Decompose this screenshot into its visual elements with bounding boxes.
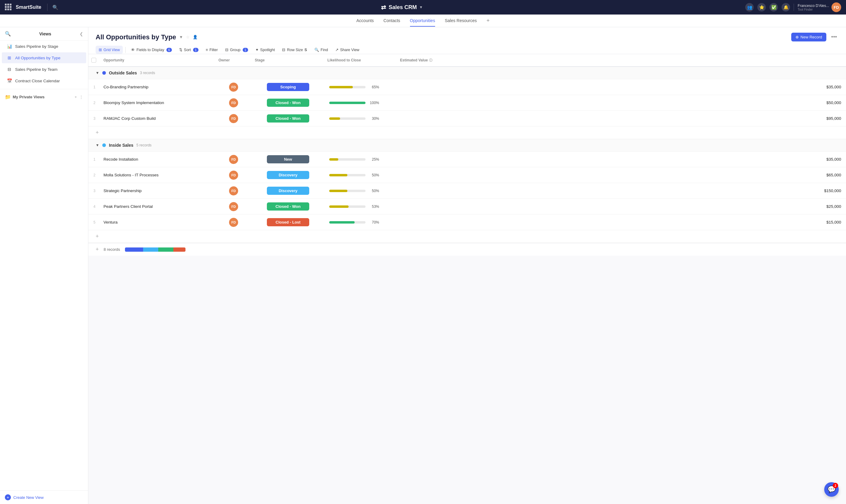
table-row: 2 Bloomjoy System Implementation FD Clos… [88, 95, 846, 111]
page-title-star[interactable]: ☆ [186, 35, 190, 39]
group-button[interactable]: ⊟ Group 1 [222, 46, 251, 54]
share-view-button[interactable]: ↗ Share View [332, 46, 362, 54]
nav-sales-resources[interactable]: Sales Resources [445, 15, 477, 26]
opportunity-col-header[interactable]: Opportunity [101, 54, 215, 66]
value-cell: $25,000 [397, 204, 846, 209]
main-layout: 🔍 Views ❮ 📊 Sales Pipeline by Stage ⊞ Al… [0, 27, 846, 504]
column-header-row: Opportunity Owner Stage Likelihood to Cl… [88, 54, 846, 67]
checkbox-header[interactable] [88, 54, 101, 66]
row-size-button[interactable]: ⊟ Row Size S [279, 46, 310, 54]
stage-cell[interactable]: Closed - Lost [252, 218, 324, 226]
stage-cell[interactable]: Closed - Won [252, 114, 324, 123]
add-group-button[interactable]: + [96, 246, 99, 253]
user-name: Francesco D'Ales... [797, 4, 829, 8]
nav-accounts[interactable]: Accounts [356, 15, 374, 26]
user-avatar[interactable]: FD [831, 2, 841, 12]
progress-bar-fill [329, 86, 353, 88]
grid-menu-icon[interactable] [5, 4, 12, 11]
owner-avatar[interactable]: FD [229, 83, 238, 92]
add-row-button[interactable]: + [88, 126, 846, 139]
app-title-chevron[interactable]: ▼ [419, 5, 423, 10]
add-row-button[interactable]: + [88, 230, 846, 242]
page-title-share[interactable]: 👤 [193, 35, 198, 39]
owner-avatar[interactable]: FD [229, 155, 238, 164]
sidebar-item-contract-close[interactable]: 📅 Contract Close Calendar [2, 75, 86, 86]
group-chevron-icon: ▼ [96, 71, 99, 75]
owner-avatar[interactable]: FD [229, 186, 238, 195]
grid-view-button[interactable]: ⊞ Grid View [96, 46, 123, 54]
stage-cell[interactable]: Discovery [252, 187, 324, 195]
spotlight-button[interactable]: ✦ Spotlight [252, 46, 278, 54]
progress-bar-background [329, 158, 365, 161]
user-role: Tool Finder [797, 8, 829, 11]
stage-badge: Closed - Won [267, 202, 309, 211]
page-title-chevron[interactable]: ▼ [179, 35, 183, 39]
sidebar-item-all-opportunities[interactable]: ⊞ All Opportunities by Type [2, 52, 86, 63]
add-nav-button[interactable]: + [487, 18, 490, 24]
fields-to-display-button[interactable]: 👁 Fields to Display 6 [128, 46, 175, 54]
owner-avatar[interactable]: FD [229, 170, 238, 180]
owner-cell: FD [215, 98, 252, 107]
nav-opportunities[interactable]: Opportunities [410, 15, 435, 26]
stage-cell[interactable]: Scoping [252, 83, 324, 91]
eye-icon: 👁 [131, 48, 135, 52]
stage-cell[interactable]: Closed - Won [252, 98, 324, 107]
owner-avatar[interactable]: FD [229, 98, 238, 107]
row-number: 4 [88, 204, 101, 209]
filter-button[interactable]: ≡ Filter [203, 46, 221, 54]
brand-name[interactable]: SmartSuite [16, 4, 41, 10]
owner-avatar[interactable]: FD [229, 114, 238, 123]
new-record-button[interactable]: ⊕ New Record [791, 33, 827, 41]
likelihood-cell: 25% [324, 157, 397, 162]
owner-col-header[interactable]: Owner [215, 54, 252, 66]
group-name: Inside Sales [109, 143, 133, 148]
find-button[interactable]: 🔍 Find [311, 46, 331, 54]
bell-icon[interactable]: 🔔 [781, 3, 790, 12]
stage-cell[interactable]: Discovery [252, 171, 324, 179]
owner-avatar[interactable]: FD [229, 202, 238, 211]
sort-button[interactable]: ⇅ Sort 1 [176, 46, 201, 54]
right-icons: 👥 ⭐ ✅ 🔔 Francesco D'Ales... Tool Finder … [745, 2, 841, 12]
stage-cell[interactable]: New [252, 155, 324, 163]
row-number: 5 [88, 220, 101, 224]
people-icon[interactable]: 👥 [745, 3, 754, 12]
add-private-view-icon[interactable]: + [74, 95, 77, 99]
sidebar-item-sales-pipeline-stage[interactable]: 📊 Sales Pipeline by Stage [2, 41, 86, 52]
chat-fab-button[interactable]: 💬 2 [824, 482, 839, 497]
stage-badge: Closed - Won [267, 98, 309, 107]
sidebar-search-icon[interactable]: 🔍 [5, 31, 11, 37]
nav-contacts[interactable]: Contacts [383, 15, 400, 26]
more-private-view-icon[interactable]: ⋮ [79, 95, 83, 99]
sidebar-item-sales-pipeline-team[interactable]: ⊟ Sales Pipeline by Team [2, 64, 86, 75]
opportunity-cell[interactable]: Ventura [101, 220, 215, 224]
stage-cell[interactable]: Closed - Won [252, 202, 324, 211]
opportunity-cell[interactable]: Peak Partners Client Portal [101, 204, 215, 209]
select-all-checkbox[interactable] [91, 58, 96, 62]
user-info[interactable]: Francesco D'Ales... Tool Finder FD [797, 2, 841, 12]
sidebar-collapse-icon[interactable]: ❮ [79, 32, 83, 36]
owner-avatar[interactable]: FD [229, 218, 238, 227]
opportunity-cell[interactable]: RAMJAC Corp Custom Build [101, 116, 215, 121]
opportunity-cell[interactable]: Molla Solutions - IT Processes [101, 173, 215, 177]
star-icon[interactable]: ⭐ [757, 3, 766, 12]
progress-bar-background [329, 190, 365, 192]
info-icon[interactable]: ⓘ [429, 58, 432, 62]
check-icon[interactable]: ✅ [770, 3, 778, 12]
opportunity-cell[interactable]: Recode Installation [101, 157, 215, 162]
group-outside-sales-header[interactable]: ▼ Outside Sales 3 records [88, 67, 846, 79]
bar-blue [125, 248, 143, 252]
progress-bar-background [329, 102, 365, 104]
opportunity-cell[interactable]: Co-Branding Partnership [101, 85, 215, 89]
row-number: 2 [88, 101, 101, 105]
more-options-button[interactable]: ••• [829, 32, 839, 42]
group-dot [102, 71, 106, 75]
stage-col-header[interactable]: Stage [252, 54, 324, 66]
global-search-button[interactable]: 🔍 [52, 4, 58, 10]
opportunity-cell[interactable]: Strategic Partnership [101, 188, 215, 193]
sort-icon: ⇅ [179, 48, 182, 52]
create-view-button[interactable]: + Create New View [5, 494, 83, 500]
opportunity-cell[interactable]: Bloomjoy System Implementation [101, 101, 215, 105]
group-inside-sales-header[interactable]: ▼ Inside Sales 5 records [88, 139, 846, 151]
progress-bar-background [329, 205, 365, 208]
likelihood-cell: 100% [324, 101, 397, 105]
